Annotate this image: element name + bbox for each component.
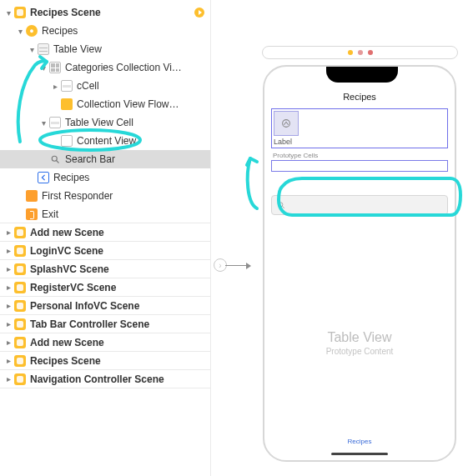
disclosure-icon[interactable]: ▸ bbox=[3, 283, 13, 292]
tableview-subtitle: Prototype Content bbox=[264, 347, 455, 356]
scene-title: Navigation Controller Scene bbox=[30, 373, 205, 385]
disclosure-icon[interactable]: ▸ bbox=[3, 338, 13, 347]
disclosure-icon[interactable]: ▸ bbox=[3, 264, 13, 273]
scene-header[interactable]: ▸ LoginVC Scene bbox=[0, 242, 210, 260]
scene-header[interactable]: ▸ Navigation Controller Scene bbox=[0, 370, 210, 388]
scene-header-recipes[interactable]: ▾ Recipes Scene bbox=[0, 3, 210, 22]
scene-title: SplashVC Scene bbox=[30, 263, 205, 275]
search-icon bbox=[277, 201, 285, 209]
item-label: Categories Collection Vi… bbox=[65, 62, 205, 73]
disclosure-icon[interactable]: ▸ bbox=[3, 319, 13, 328]
collection-prototype[interactable]: Label bbox=[271, 108, 448, 148]
nav-title: Recipes bbox=[264, 92, 455, 102]
item-label: Exit bbox=[42, 208, 205, 220]
scene-icon bbox=[13, 354, 27, 368]
tableview-title: Table View bbox=[264, 330, 455, 345]
outline-item-first-responder[interactable]: ▸ First Responder bbox=[0, 187, 210, 205]
toolbar-dot-icon bbox=[368, 50, 373, 55]
scene-header[interactable]: ▸ SplashVC Scene bbox=[0, 260, 210, 278]
item-label: Recipes bbox=[42, 25, 205, 37]
scene-icon bbox=[13, 318, 27, 331]
prototype-caption: Prototype Cells bbox=[273, 152, 318, 159]
scene-title: RegisterVC Scene bbox=[30, 282, 205, 293]
scene-icon bbox=[13, 226, 27, 239]
scene-title: Recipes Scene bbox=[30, 355, 205, 367]
outline-item-recipes-vc[interactable]: ▾ ● Recipes bbox=[0, 22, 210, 40]
viewcontroller-icon: ● bbox=[25, 24, 38, 38]
flow-icon bbox=[60, 98, 73, 111]
item-label: cCell bbox=[77, 80, 205, 92]
view-icon bbox=[60, 134, 73, 148]
scene-icon bbox=[13, 373, 27, 386]
scene-title: Add new Scene bbox=[30, 227, 205, 238]
scene-header[interactable]: ▸ Personal InfoVC Scene bbox=[0, 297, 210, 315]
scene-header[interactable]: ▸ RegisterVC Scene bbox=[0, 278, 210, 297]
scene-title: Personal InfoVC Scene bbox=[30, 300, 205, 312]
scene-icon bbox=[13, 336, 27, 349]
disclosure-icon[interactable]: ▸ bbox=[50, 82, 60, 91]
item-label: First Responder bbox=[42, 190, 205, 202]
disclosure-icon[interactable]: ▸ bbox=[3, 228, 13, 237]
collection-icon bbox=[48, 61, 62, 74]
outline-item-navitem-recipes[interactable]: ▸ Recipes bbox=[0, 168, 210, 187]
scene-title: Recipes Scene bbox=[30, 7, 194, 18]
toolbar-dot-icon bbox=[358, 50, 363, 55]
outline-item-tableview[interactable]: ▾ Table View bbox=[0, 40, 210, 58]
cell-icon bbox=[60, 79, 73, 93]
item-label: Collection View Flow… bbox=[77, 98, 205, 110]
scene-toolbar[interactable] bbox=[262, 46, 458, 59]
goto-icon[interactable] bbox=[194, 7, 205, 18]
prototype-cell[interactable] bbox=[274, 111, 299, 136]
disclosure-icon[interactable]: ▸ bbox=[3, 374, 13, 383]
svg-line-1 bbox=[57, 161, 59, 163]
item-label: Recipes bbox=[53, 172, 205, 183]
disclosure-icon[interactable]: ▸ bbox=[3, 356, 13, 365]
scene-icon bbox=[13, 263, 27, 276]
responder-icon bbox=[25, 189, 38, 203]
search-bar[interactable] bbox=[271, 195, 448, 215]
cell-label: Label bbox=[274, 138, 292, 146]
scene-header[interactable]: ▸ Tab Bar Controller Scene bbox=[0, 315, 210, 333]
disclosure-icon[interactable]: ▾ bbox=[3, 8, 13, 18]
scene-title: Add new Scene bbox=[30, 337, 205, 348]
outline-item-tableviewcell[interactable]: ▾ Table View Cell bbox=[0, 113, 210, 132]
disclosure-icon[interactable]: ▸ bbox=[3, 301, 13, 310]
svg-point-3 bbox=[279, 203, 283, 207]
outline-item-exit[interactable]: ▸ Exit bbox=[0, 205, 210, 223]
outline-item-ccell[interactable]: ▸ cCell bbox=[0, 77, 210, 95]
scene-icon bbox=[13, 6, 27, 19]
scene-header[interactable]: ▸ Recipes Scene bbox=[0, 352, 210, 370]
disclosure-icon[interactable]: ▸ bbox=[3, 246, 13, 255]
cell-icon bbox=[48, 116, 62, 129]
disclosure-icon[interactable]: ▾ bbox=[38, 118, 48, 128]
home-indicator-icon bbox=[331, 453, 388, 455]
segue-arrow-icon: › bbox=[214, 258, 250, 272]
item-label: Table View bbox=[53, 43, 205, 55]
svg-point-2 bbox=[283, 120, 290, 128]
scene-header[interactable]: ▸ Add new Scene bbox=[0, 223, 210, 242]
item-label: Table View Cell bbox=[65, 117, 205, 128]
scene-icon bbox=[13, 244, 27, 258]
disclosure-icon[interactable]: ▾ bbox=[15, 27, 25, 36]
tableview-prototype-cell[interactable] bbox=[271, 160, 448, 172]
svg-line-4 bbox=[282, 206, 284, 208]
device-preview[interactable]: Recipes Label Prototype Cells Table View… bbox=[263, 65, 456, 462]
outline-item-searchbar[interactable]: ▸ Search Bar bbox=[0, 150, 210, 168]
disclosure-icon[interactable]: ▾ bbox=[27, 45, 37, 54]
scene-title: Tab Bar Controller Scene bbox=[30, 318, 205, 330]
storyboard-canvas[interactable]: › Recipes Label Prototype Cells Table Vi… bbox=[210, 0, 463, 476]
outline-item-contentview[interactable]: ▸ Content View bbox=[0, 132, 210, 150]
search-icon bbox=[48, 153, 62, 166]
disclosure-icon[interactable]: ▾ bbox=[38, 63, 48, 73]
outline-item-flow-layout[interactable]: ▸ Collection View Flow… bbox=[0, 95, 210, 113]
scene-icon bbox=[13, 281, 27, 294]
outline-item-categories-collection[interactable]: ▾ Categories Collection Vi… bbox=[0, 58, 210, 77]
table-icon bbox=[37, 43, 50, 56]
item-label: Content View bbox=[77, 135, 205, 147]
document-outline: ▾ Recipes Scene ▾ ● Recipes ▾ Table View… bbox=[0, 0, 210, 476]
tabbar-label: Recipes bbox=[264, 438, 455, 445]
scene-header[interactable]: ▸ Add new Scene bbox=[0, 333, 210, 352]
image-placeholder-icon bbox=[280, 118, 292, 129]
toolbar-dot-icon bbox=[348, 50, 353, 55]
item-label: Search Bar bbox=[65, 153, 205, 165]
